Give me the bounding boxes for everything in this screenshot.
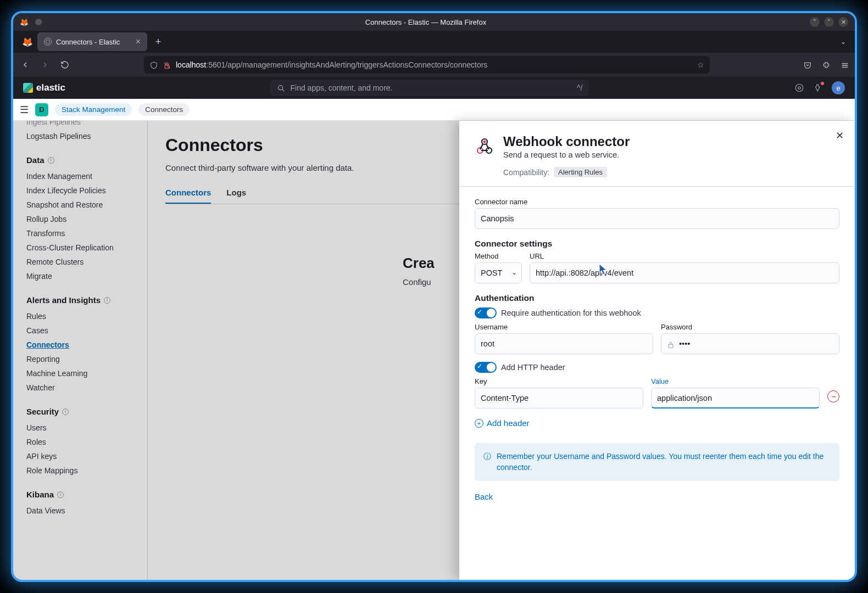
- search-placeholder: Find apps, content, and more.: [290, 83, 392, 92]
- url-input[interactable]: [530, 262, 839, 283]
- svg-point-12: [483, 141, 486, 143]
- compatibility-label: Compatibility:: [503, 168, 549, 177]
- add-header-button[interactable]: + Add header: [475, 418, 839, 428]
- browser-tab-active[interactable]: Connectors - Elastic ×: [37, 32, 147, 51]
- new-tab-button[interactable]: +: [151, 34, 166, 49]
- reload-button[interactable]: [58, 58, 71, 71]
- space-selector[interactable]: D: [35, 103, 48, 116]
- info-icon: ⓘ: [483, 451, 491, 473]
- header-value-input[interactable]: [651, 388, 820, 409]
- tracking-shield-icon: [149, 60, 158, 69]
- breadcrumb-bar: ☰ D Stack Management Connectors: [13, 99, 855, 121]
- notification-dot-icon: [821, 82, 824, 85]
- svg-point-5: [279, 85, 283, 89]
- search-shortcut: ^/: [577, 83, 582, 92]
- app-menu-icon[interactable]: [841, 60, 849, 70]
- svg-line-6: [282, 89, 284, 91]
- firefox-menu-icon[interactable]: 🦊: [18, 37, 37, 47]
- nav-toggle-icon[interactable]: ☰: [20, 104, 29, 116]
- tab-label: Connectors - Elastic: [56, 38, 120, 46]
- lock-icon: [666, 339, 675, 349]
- back-button[interactable]: Back: [475, 492, 839, 501]
- password-label: Password: [661, 323, 839, 331]
- header-key-input[interactable]: [475, 388, 643, 409]
- url-host: localhost: [176, 60, 206, 69]
- add-header-label: Add HTTP header: [501, 363, 565, 372]
- connector-flyout: Webhook connector Send a request to a we…: [459, 121, 855, 580]
- search-icon: [277, 83, 286, 92]
- url-path: :5601/app/management/insightsAndAlerting…: [206, 60, 487, 69]
- flyout-title: Webhook connector: [503, 134, 630, 149]
- remove-header-button[interactable]: −: [827, 390, 839, 402]
- elastic-logo-icon: [23, 83, 33, 93]
- svg-point-7: [795, 84, 803, 92]
- connector-settings-title: Connector settings: [475, 239, 839, 249]
- back-button[interactable]: [19, 58, 32, 71]
- insecure-lock-icon: [163, 60, 171, 69]
- kibana-header: elastic Find apps, content, and more. ^/…: [13, 77, 855, 99]
- window-titlebar: 🦊 Connectors - Elastic — Mozilla Firefox…: [13, 13, 855, 31]
- add-header-switch[interactable]: [475, 362, 497, 373]
- auth-title: Authentication: [475, 293, 839, 303]
- browser-tabstrip: 🦊 Connectors - Elastic × + ⌄: [13, 31, 855, 53]
- app-body: Ingest Pipelines Logstash Pipelines Data…: [13, 121, 855, 580]
- tab-favicon-icon: [44, 38, 52, 46]
- require-auth-label: Require authentication for this webhook: [501, 309, 641, 317]
- forward-button[interactable]: [38, 58, 52, 71]
- username-label: Username: [475, 323, 653, 331]
- svg-rect-13: [669, 344, 673, 348]
- global-search[interactable]: Find apps, content, and more. ^/: [270, 80, 589, 96]
- bookmark-star-icon[interactable]: ☆: [697, 60, 704, 69]
- breadcrumb-parent[interactable]: Stack Management: [55, 103, 132, 116]
- newsfeed-icon[interactable]: [813, 83, 823, 93]
- svg-point-8: [798, 87, 801, 89]
- password-input[interactable]: [661, 333, 839, 354]
- tabs-overflow-button[interactable]: ⌄: [836, 33, 850, 50]
- extensions-icon[interactable]: [822, 60, 831, 70]
- firefox-icon: 🦊: [20, 18, 33, 26]
- tab-close-icon[interactable]: ×: [136, 37, 141, 47]
- close-window-button[interactable]: ✕: [838, 17, 848, 27]
- flyout-description: Send a request to a web service.: [503, 150, 630, 159]
- compatibility-badge: Alerting Rules: [554, 167, 607, 177]
- header-value-label: Value: [651, 377, 820, 385]
- chevron-down-icon: ⌄: [511, 268, 517, 276]
- method-label: Method: [475, 252, 522, 260]
- require-auth-switch[interactable]: [475, 307, 497, 318]
- breadcrumb-current: Connectors: [138, 103, 190, 116]
- connector-name-input[interactable]: [475, 208, 839, 229]
- webhook-icon: [475, 136, 494, 156]
- username-input[interactable]: [475, 333, 653, 354]
- address-bar[interactable]: localhost:5601/app/management/insightsAn…: [144, 56, 710, 74]
- user-avatar[interactable]: e: [832, 81, 845, 94]
- browser-toolbar: localhost:5601/app/management/insightsAn…: [13, 53, 855, 77]
- pocket-icon[interactable]: [803, 60, 812, 70]
- help-icon[interactable]: [794, 83, 804, 93]
- maximize-button[interactable]: ˄: [824, 17, 834, 27]
- connector-name-label: Connector name: [475, 198, 839, 206]
- url-label: URL: [530, 252, 839, 260]
- elastic-brand: elastic: [36, 82, 65, 93]
- plus-circle-icon: +: [475, 419, 483, 428]
- elastic-logo[interactable]: elastic: [23, 82, 65, 93]
- close-flyout-button[interactable]: ✕: [836, 130, 844, 142]
- header-key-label: Key: [475, 377, 643, 385]
- info-banner: ⓘ Remember your Username and Password va…: [475, 443, 839, 481]
- window-title: Connectors - Elastic — Mozilla Firefox: [42, 18, 810, 26]
- minimize-button[interactable]: ˅: [810, 17, 820, 27]
